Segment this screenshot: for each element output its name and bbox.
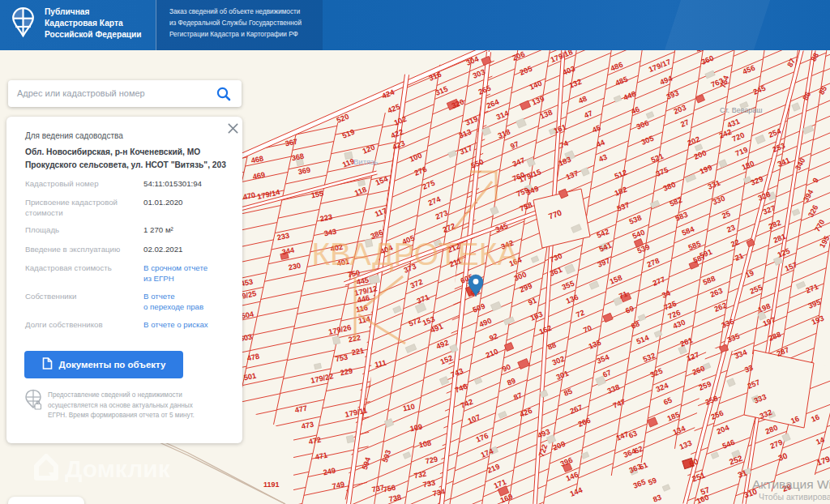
svg-text:Домклик: Домклик [65, 455, 171, 482]
svg-text:КВАДРОТЕКА: КВАДРОТЕКА [311, 237, 518, 271]
svg-text:Ст. Вевараш: Ст. Вевараш [720, 106, 763, 114]
svg-text:Витязь: Витязь [353, 157, 378, 166]
svg-text:Чтобы активироват: Чтобы активироват [759, 492, 830, 502]
svg-text:1191: 1191 [263, 481, 280, 489]
svg-text:Активация Win: Активация Win [752, 477, 830, 491]
